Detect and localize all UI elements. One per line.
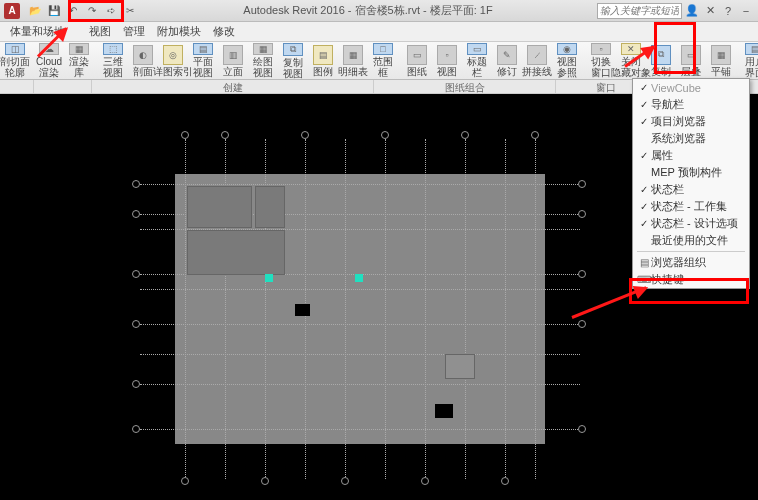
ribbon-icon: ▭ <box>467 43 487 55</box>
title-bar: A 📂 💾 ↶ ↷ ➪ ✂ Autodesk Revit 2016 - 宿舍楼5… <box>0 0 758 22</box>
ribbon-label: 修订 <box>497 66 517 77</box>
dropdown-item-2[interactable]: ✓项目浏览器 <box>633 113 749 130</box>
dropdown-item-7[interactable]: ✓状态栏 - 工作集 <box>633 198 749 215</box>
ribbon-button-23[interactable]: ▦平铺 <box>706 42 736 79</box>
dropdown-item-label: 状态栏 - 工作集 <box>651 199 727 214</box>
ribbon-group-label: 创建 <box>92 80 374 93</box>
ribbon-label: 绘图视图 <box>253 56 273 78</box>
ribbon-button-18[interactable]: ◉视图参照 <box>552 42 582 79</box>
ribbon-button-7[interactable]: ▥立面 <box>218 42 248 79</box>
checkbox-icon: ✓ <box>637 201 651 212</box>
dropdown-item-label: MEP 预制构件 <box>651 165 722 180</box>
ribbon-label: 剖切面轮廓 <box>0 56 30 78</box>
checkbox-icon: ✓ <box>637 184 651 195</box>
menu-manage[interactable]: 管理 <box>117 22 151 41</box>
dropdown-item-label: 状态栏 - 设计选项 <box>651 216 738 231</box>
dropdown-item-6[interactable]: ✓状态栏 <box>633 181 749 198</box>
dropdown-item-4[interactable]: ✓属性 <box>633 147 749 164</box>
exchange-icon[interactable]: ✕ <box>702 3 718 19</box>
ribbon-icon: ▦ <box>253 43 273 55</box>
ribbon-label: 范围框 <box>373 56 393 78</box>
checkbox-icon: ✓ <box>637 150 651 161</box>
checkbox-icon: ✓ <box>637 82 651 93</box>
floor-plan <box>175 174 545 444</box>
qat-undo-icon[interactable]: ↶ <box>64 2 82 20</box>
ribbon-icon: ▫ <box>437 45 457 65</box>
dropdown-item-label: 快捷键 <box>651 272 684 287</box>
ribbon-icon: ▦ <box>69 43 89 55</box>
dropdown-item-label: ViewCube <box>651 82 701 94</box>
ribbon-label: 渲染库 <box>69 56 89 78</box>
dropdown-item-label: 项目浏览器 <box>651 114 706 129</box>
qat-redo-icon[interactable]: ↷ <box>83 2 101 20</box>
ribbon-button-15[interactable]: ▭标题栏 <box>462 42 492 79</box>
ribbon-button-13[interactable]: ▭图纸 <box>402 42 432 79</box>
ribbon-button-24[interactable]: ▤用户界面 <box>740 42 758 79</box>
ribbon-label: 平铺 <box>711 66 731 77</box>
ribbon-icon: ◎ <box>163 45 183 65</box>
ribbon-label: 复制 <box>651 66 671 77</box>
ribbon-label: 三维视图 <box>103 56 123 78</box>
menu-addins[interactable]: 附加模块 <box>151 22 207 41</box>
app-icon[interactable]: A <box>4 3 20 19</box>
search-input[interactable] <box>597 3 682 19</box>
minimize-icon[interactable]: − <box>738 3 754 19</box>
ribbon-button-17[interactable]: ⟋拼接线 <box>522 42 552 79</box>
ribbon-button-14[interactable]: ▫视图 <box>432 42 462 79</box>
qat-open-icon[interactable]: 📂 <box>26 2 44 20</box>
ribbon-button-2[interactable]: ▦渲染库 <box>64 42 94 79</box>
ribbon-button-16[interactable]: ✎修订 <box>492 42 522 79</box>
ribbon-icon: ⬚ <box>103 43 123 55</box>
ribbon-label: 立面 <box>223 66 243 77</box>
dropdown-item-12[interactable]: ⌨快捷键 <box>633 271 749 288</box>
ribbon-label: 切换窗口 <box>591 56 611 78</box>
signin-icon[interactable]: 👤 <box>684 3 700 19</box>
ribbon-icon: ▭ <box>407 45 427 65</box>
ribbon-icon: ▤ <box>193 43 213 55</box>
qat-save-icon[interactable]: 💾 <box>45 2 63 20</box>
dropdown-item-icon: ▤ <box>637 257 651 268</box>
ribbon-button-12[interactable]: □范围框 <box>368 42 398 79</box>
dropdown-item-0[interactable]: ✓ViewCube <box>633 79 749 96</box>
ribbon-button-6[interactable]: ▤平面视图 <box>188 42 218 79</box>
ribbon-group-label: 图纸组合 <box>374 80 556 93</box>
ribbon-button-9[interactable]: ⧉复制视图 <box>278 42 308 79</box>
dropdown-item-1[interactable]: ✓导航栏 <box>633 96 749 113</box>
ribbon-icon: ▥ <box>223 45 243 65</box>
ribbon-button-0[interactable]: ◫剖切面轮廓 <box>0 42 30 79</box>
qat-print-icon[interactable]: ➪ <box>102 2 120 20</box>
dropdown-item-label: 导航栏 <box>651 97 684 112</box>
ribbon-button-10[interactable]: ▤图例 <box>308 42 338 79</box>
qat-measure-icon[interactable]: ✂ <box>121 2 139 20</box>
ribbon-icon: ▫ <box>591 43 611 55</box>
ribbon-button-3[interactable]: ⬚三维视图 <box>98 42 128 79</box>
ribbon-icon: ▦ <box>343 45 363 65</box>
ribbon-icon: ▭ <box>681 45 701 65</box>
ribbon-button-11[interactable]: ▦明细表 <box>338 42 368 79</box>
dropdown-item-11[interactable]: ▤浏览器组织 <box>633 254 749 271</box>
dropdown-item-3[interactable]: 系统浏览器 <box>633 130 749 147</box>
ribbon-label: 层叠 <box>681 66 701 77</box>
ribbon-label: 拼接线 <box>522 66 552 77</box>
ribbon-icon: ✎ <box>497 45 517 65</box>
dropdown-item-5[interactable]: MEP 预制构件 <box>633 164 749 181</box>
ribbon-icon: ▦ <box>711 45 731 65</box>
ribbon-label: 视图参照 <box>557 56 577 78</box>
dropdown-item-9[interactable]: 最近使用的文件 <box>633 232 749 249</box>
ribbon-button-5[interactable]: ◎详图索引 <box>158 42 188 79</box>
ribbon-button-22[interactable]: ▭层叠 <box>676 42 706 79</box>
menu-view[interactable]: 视图 <box>83 22 117 41</box>
ribbon-label: 标题栏 <box>467 56 487 78</box>
help-icon[interactable]: ? <box>720 3 736 19</box>
checkbox-icon: ✓ <box>637 218 651 229</box>
ribbon-group-label <box>34 80 92 93</box>
ribbon-label: 图纸 <box>407 66 427 77</box>
window-title: Autodesk Revit 2016 - 宿舍楼5栋.rvt - 楼层平面: … <box>139 3 597 18</box>
user-interface-dropdown: ✓ViewCube✓导航栏✓项目浏览器系统浏览器✓属性MEP 预制构件✓状态栏✓… <box>632 78 750 289</box>
dropdown-item-8[interactable]: ✓状态栏 - 设计选项 <box>633 215 749 232</box>
menu-modify[interactable]: 修改 <box>207 22 241 41</box>
ribbon-icon: ▤ <box>745 43 758 55</box>
ribbon-label: 复制视图 <box>283 57 303 79</box>
ribbon-button-8[interactable]: ▦绘图视图 <box>248 42 278 79</box>
ribbon-icon: ⧉ <box>283 43 303 56</box>
